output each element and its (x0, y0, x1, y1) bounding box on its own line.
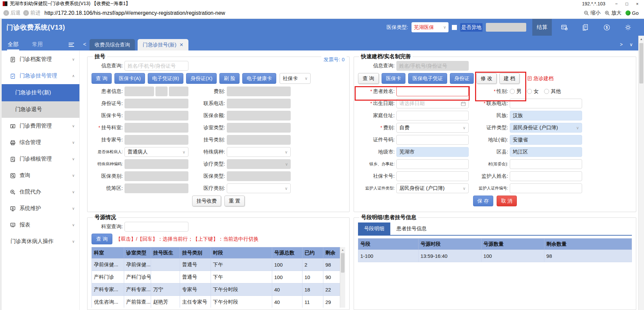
guardian-cert-type-select[interactable]: 居民身份证 (户口簿) ∨ (396, 183, 469, 193)
quick-insurance-card-button[interactable]: 医保卡 (382, 73, 405, 84)
cert-number-label: 证件号码: (358, 137, 396, 143)
tab-cashier-query[interactable]: 收费员综合查询 (90, 39, 135, 50)
gender-female-radio[interactable] (527, 89, 532, 94)
medical-class-select[interactable]: ∨ (227, 183, 291, 193)
village-input[interactable] (510, 159, 582, 169)
exam-patient-select[interactable]: 普通病人 ∨ (124, 147, 188, 157)
scroll-up-icon[interactable]: ▲ (340, 247, 345, 251)
table-row[interactable]: 产科门诊产科门诊号普通号下午1001090 (92, 271, 345, 283)
slot-query-button[interactable]: 查 询 (92, 234, 112, 244)
nation-field[interactable]: 汉族 (510, 111, 582, 120)
special-disease-select[interactable]: ∨ (227, 147, 291, 157)
close-tab-icon[interactable]: ✕ (179, 42, 183, 47)
county-field[interactable]: 鸠江区 (510, 147, 582, 157)
tab-scroll-right-chevron[interactable]: > (620, 42, 623, 47)
sidebar-item-audit-mgmt[interactable]: 门诊稽核管理∨ (2, 151, 79, 167)
sidebar-item-general-mgmt[interactable]: 综合管理∨ (2, 134, 79, 151)
remote-area-input[interactable] (486, 23, 526, 32)
receipt-icon[interactable] (582, 24, 589, 31)
sidebar-item-registration-mgmt[interactable]: 门急诊挂号管理∧ (2, 68, 79, 84)
sidebar-item-registration-refund[interactable]: 门急诊退号 (2, 101, 79, 118)
city-label: 地级市: (358, 149, 396, 155)
menu-collapse-button[interactable] (68, 42, 74, 50)
city-field[interactable]: 芜湖市 (396, 147, 469, 157)
zoom-out-button[interactable]: 缩小 (584, 10, 601, 16)
social-card-input[interactable] (396, 171, 469, 181)
sidebar-item-query[interactable]: 查询∨ (2, 167, 79, 184)
slot-table-scrollbar[interactable]: ▲ (340, 247, 345, 308)
coin-dollar-icon[interactable] (603, 24, 611, 31)
sidebar-item-registration-new[interactable]: 门急诊挂号(新) (2, 84, 79, 101)
back-button[interactable]: ‹ 后退 (3, 10, 21, 16)
guardian-name-input[interactable] (510, 171, 582, 181)
maximize-button[interactable]: □ (623, 1, 631, 6)
sidebar-item-fee-mgmt[interactable]: 门诊费用管理∨ (2, 118, 79, 134)
scroll-up-icon[interactable]: ▲ (639, 36, 644, 41)
reg-query-button[interactable]: 查 询 (92, 73, 112, 84)
reset-button[interactable]: 重 置 (224, 196, 245, 206)
table-row[interactable]: 1-100 13:59-16:40 100 98 (358, 250, 632, 262)
reg-info-query-input[interactable] (124, 61, 188, 71)
sidebar-tab-common[interactable]: 常用 (31, 38, 43, 50)
fee-type-select[interactable]: 自费 ∨ (396, 123, 469, 133)
reg-id-card-button[interactable]: 身份证(X) (186, 73, 217, 84)
quick-query-button[interactable]: 查 询 (358, 73, 379, 84)
is-remote-checkbox[interactable] (452, 25, 457, 30)
tab-registration-new[interactable]: 门急诊挂号(新) ✕ (138, 39, 188, 50)
tab-segment-detail[interactable]: 号段明细 (358, 222, 390, 235)
scrollbar-thumb[interactable] (639, 43, 643, 83)
guardian-cert-no-input[interactable] (510, 183, 582, 193)
zoom-in-button[interactable]: 放大 (605, 10, 621, 16)
window-scrollbar[interactable]: ▲ (638, 36, 644, 310)
patient-name-input[interactable] (396, 87, 469, 96)
scrollbar-thumb[interactable] (341, 253, 345, 273)
chevron-down-icon: ∨ (72, 173, 75, 178)
table-row[interactable]: 孕前保健...孕前保健...普通号下午100298 (92, 259, 345, 271)
contact-phone-input[interactable] (510, 99, 582, 108)
sidebar-tab-all[interactable]: 全部 (7, 38, 19, 50)
modify-button[interactable]: 修 改 (476, 73, 497, 84)
tab-patient-registration-info[interactable]: 患者挂号信息 (390, 222, 433, 235)
guardian-cert-no-label: 监护人证件编号: (475, 186, 510, 191)
sidebar-item-inpatient-agency[interactable]: 住院代办∨ (2, 184, 79, 200)
reg-e-voucher-button[interactable]: 电子凭证(B) (148, 73, 183, 84)
emergency-create-link[interactable]: 急诊建档 (528, 75, 553, 82)
reg-dept-field[interactable] (124, 123, 188, 133)
minimize-button[interactable]: − (612, 1, 620, 6)
sidebar-item-reports[interactable]: 报表∨ (2, 217, 79, 233)
gear-icon[interactable] (624, 24, 632, 31)
reg-insurance-card-button[interactable]: 医保卡(A) (114, 73, 145, 84)
tab-menu-chevron[interactable]: ∨ (630, 42, 633, 47)
table-row[interactable]: 产科专家...产科专家...万宁专家号下午分时段401822 (92, 283, 345, 296)
gender-male-radio[interactable] (510, 89, 515, 94)
address-bar[interactable]: http://172.20.18.106/his-mzsf/app/#/emer… (44, 10, 581, 16)
reg-e-health-card-button[interactable]: 电子健康卡 (242, 73, 276, 84)
reg-charge-button[interactable]: 挂号收费 (192, 196, 221, 206)
table-row[interactable]: 优生咨询...产前筛查...赵艳芳主任专家号下午分时段401129 (92, 296, 345, 308)
gender-other-radio[interactable] (544, 89, 549, 94)
forward-button[interactable]: › 前进 (23, 10, 40, 16)
township-input[interactable] (396, 159, 469, 169)
sidebar-item-archive[interactable]: 门诊档案管理∨ (2, 51, 79, 68)
quick-ins-e-voucher-button[interactable]: 医保电子凭证 (408, 73, 447, 84)
sidebar-item-retired-patient[interactable]: 门诊离休病人操作∨ (2, 233, 79, 250)
sidebar-collapse-chevron[interactable]: < (83, 41, 86, 47)
card-reader-icon[interactable] (561, 24, 568, 31)
cert-type-select[interactable]: 居民身份证 (户口簿) ∨ (510, 123, 582, 133)
create-profile-button[interactable]: 建 档 (499, 73, 520, 84)
go-button[interactable]: Go (625, 10, 639, 16)
quick-id-card-button[interactable]: 身份证 (450, 73, 474, 84)
save-button[interactable]: 保 存 (473, 196, 493, 206)
home-address-input[interactable] (396, 111, 469, 120)
dept-query-input[interactable] (124, 222, 188, 232)
province-field[interactable]: 安徽省 (510, 135, 582, 145)
reg-face-scan-button[interactable]: 刷 脸 (219, 73, 240, 84)
settle-button[interactable]: 结算 (532, 19, 552, 36)
cancel-button[interactable]: 取 消 (497, 196, 517, 206)
close-button[interactable]: × (633, 1, 641, 6)
insurance-type-select[interactable]: 芜湖医保 ∨ (412, 22, 449, 32)
birth-date-picker[interactable]: 请选择日期 (396, 99, 469, 108)
cert-number-input[interactable] (396, 135, 469, 145)
social-card-select[interactable]: 社保卡 ∨ (280, 73, 311, 84)
sidebar-item-system-maintenance[interactable]: 系统维护∨ (2, 200, 79, 217)
